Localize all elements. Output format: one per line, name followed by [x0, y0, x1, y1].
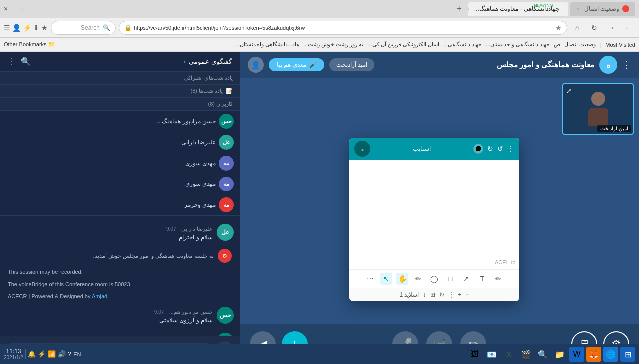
tool-rect-icon[interactable]: □ — [444, 273, 456, 285]
slide-refresh-icon[interactable]: ↻ — [439, 291, 444, 298]
taskbar-search-icon[interactable]: 🔍 — [535, 347, 550, 362]
home-button[interactable]: ⌂ — [570, 21, 584, 35]
bookmark-icon[interactable]: ★ — [41, 24, 48, 32]
back-button[interactable]: ← — [621, 21, 635, 35]
slide-prev-icon[interactable]: − — [466, 291, 469, 298]
system-text: The voiceBridge of this Conference room … — [8, 280, 232, 289]
search-icon: 🔍 — [103, 24, 110, 31]
avatar: حس — [217, 307, 234, 324]
taskbar-excel-icon[interactable]: X — [501, 347, 516, 362]
taskbar-photo-icon[interactable]: 🖼 — [467, 347, 482, 362]
download-icon[interactable]: ⬇ — [33, 24, 39, 32]
search-bar[interactable]: 🔍 Search — [51, 21, 116, 35]
menu-dots-icon[interactable]: ⋮ — [622, 59, 631, 70]
expand-icon[interactable]: ⤢ — [566, 87, 572, 95]
menu-icon[interactable]: ☰ — [4, 24, 10, 32]
search-placeholder: Search — [81, 24, 100, 31]
bookmark-4[interactable]: جهاد دانشگاهی... — [443, 41, 482, 48]
tool-ellipse-icon[interactable]: ◯ — [428, 273, 440, 285]
slide-grid-icon[interactable]: ⊞ — [430, 291, 435, 298]
taskbar-media-icon[interactable]: 🎬 — [518, 347, 533, 362]
chat-search-icon[interactable]: 🔍 — [21, 57, 31, 66]
user-list-name: مهدی وحرمز — [184, 201, 216, 208]
tab-2[interactable]: PLAYING جهاددانشگاهی - معاونت هماهنگ... … — [468, 2, 568, 16]
bookmark-1[interactable]: وضعیت اتصال — [564, 41, 596, 48]
system-message: ACECR | Powered & Designed by Amjad. — [0, 290, 240, 303]
bookmark-other[interactable]: 📁 Other Bookmarks — [4, 41, 55, 48]
participant-video: ⤢ امین آزادبخت — [563, 84, 633, 134]
list-item[interactable]: مه مهدی سوری — [0, 153, 240, 174]
extension-icon[interactable]: ⚡ — [23, 24, 31, 32]
bookmark-2[interactable]: ص — [554, 41, 560, 48]
bookmark-6[interactable]: به روز رشت خوش رشت... — [303, 41, 363, 48]
user-account-icon[interactable]: 👤 — [12, 24, 21, 32]
address-bar[interactable]: 🔒 https://vc-arv50.jde.ir/html5client/jo… — [119, 21, 567, 35]
refresh-button[interactable]: ↻ — [587, 21, 601, 35]
list-item[interactable]: عل علیرضا دارابی — [0, 132, 240, 153]
tab-playing-label: PLAYING — [534, 3, 553, 8]
video-main: ⤢ امین آزادبخت ⋮ ↺ ↻ ⏺ استایپ ه — [240, 78, 639, 324]
help-icon[interactable]: ? — [68, 350, 71, 358]
invite-icon: 🎤 — [309, 61, 317, 68]
user-avatar-icon[interactable]: 👤 — [248, 57, 264, 73]
speaker-icon[interactable]: 🔊 — [58, 350, 66, 358]
tab-1[interactable]: وضعیت اتصال × — [570, 2, 635, 16]
invite-label: معدی هم بیا — [277, 61, 306, 68]
message-header: حسن مرادپور هم... 9:07 — [6, 307, 213, 316]
meeting-logo: ه — [599, 56, 617, 74]
taskbar-ie-icon[interactable]: 🌐 — [603, 347, 618, 362]
chat-section-users: کاربران (8) — [0, 98, 240, 111]
taskbar-firefox-icon[interactable]: 🦊 — [586, 347, 601, 362]
slide-download-icon[interactable]: ↓ — [423, 291, 426, 298]
tool-hand-icon[interactable]: ✋ — [396, 273, 408, 285]
invite-button[interactable]: 🎤 معدی هم بیا — [269, 58, 324, 71]
slide-next-icon[interactable]: + — [458, 291, 462, 298]
list-item[interactable]: مه مهدی وحرمز — [0, 194, 240, 215]
maximize-icon[interactable]: □ — [12, 5, 16, 13]
minimize-icon[interactable]: ─ — [20, 5, 25, 13]
user-list: حس حسن مرادپور هماهنگ... عل علیرضا داراب… — [0, 111, 240, 216]
tool-draw-icon[interactable]: ✏ — [492, 273, 504, 285]
tool-arrow-icon[interactable]: ↗ — [460, 273, 472, 285]
pres-redo-icon[interactable]: ↻ — [487, 145, 493, 153]
user-list-name: حسن مرادپور هماهنگ... — [157, 118, 216, 125]
pres-undo-icon[interactable]: ↺ — [497, 145, 503, 153]
tab-1-close[interactable]: × — [576, 6, 579, 12]
pres-menu-icon[interactable]: ⋮ — [507, 145, 514, 153]
notification-icon[interactable]: 🔔 — [28, 350, 36, 358]
person-head — [591, 92, 605, 106]
amjad-link[interactable]: Amjad — [92, 293, 107, 299]
notes-icon: 📝 — [226, 88, 233, 94]
bookmark-most-visited[interactable]: Most Visited — [605, 42, 635, 48]
taskbar-folder-icon[interactable]: 📁 — [552, 347, 567, 362]
avatar: مه — [219, 197, 234, 212]
battery-icon[interactable]: ⚡ — [38, 350, 46, 358]
start-button[interactable]: ⊞ — [620, 347, 635, 362]
list-item[interactable]: حس حسن مرادپور هماهنگ... — [0, 111, 240, 132]
tool-text-icon[interactable]: T — [476, 273, 488, 285]
taskbar-word-icon[interactable]: W — [569, 347, 584, 362]
bookmark-3[interactable]: جهاد دانشگاهی واحدنستان... — [486, 41, 550, 48]
taskbar-mail-icon[interactable]: 📧 — [484, 347, 499, 362]
chat-section-notes-count[interactable]: 📝 یادداشت‌ها (8) — [0, 85, 240, 98]
bookmark-star-icon[interactable]: ★ — [555, 24, 562, 32]
chat-options-icon[interactable]: ⋮ — [8, 57, 16, 66]
tab-2-close[interactable]: × — [468, 6, 469, 12]
taskbar-separator — [25, 349, 26, 359]
participants-button[interactable]: امید آزادبخت — [329, 58, 374, 71]
tool-more-icon[interactable]: ⋯ — [364, 273, 376, 285]
tool-select-icon[interactable]: ↖ — [380, 273, 392, 285]
new-tab-button[interactable]: + — [452, 2, 466, 16]
tool-pen-icon[interactable]: ✏ — [412, 273, 424, 285]
message-content: علیرضا دارابی 9:07 سلام و احترام — [6, 224, 213, 242]
bookmark-7[interactable]: هاد...دانشگاهی واحدنستان... — [235, 41, 299, 48]
clock: 11:13 2021/1/2 — [4, 348, 23, 361]
forward-button[interactable]: → — [604, 21, 618, 35]
network-icon[interactable]: 📶 — [48, 350, 56, 358]
avatar: عل — [217, 224, 234, 241]
slide-options-icon[interactable]: ⋮ — [448, 291, 454, 298]
bookmark-5[interactable]: اسان الکترونیکی فرزین آن کی... — [367, 41, 439, 48]
list-item[interactable]: مه مهدی سوری — [0, 174, 240, 194]
close-icon[interactable]: × — [4, 5, 8, 13]
header-right: امید آزادبخت 🎤 معدی هم بیا 👤 — [248, 57, 374, 73]
